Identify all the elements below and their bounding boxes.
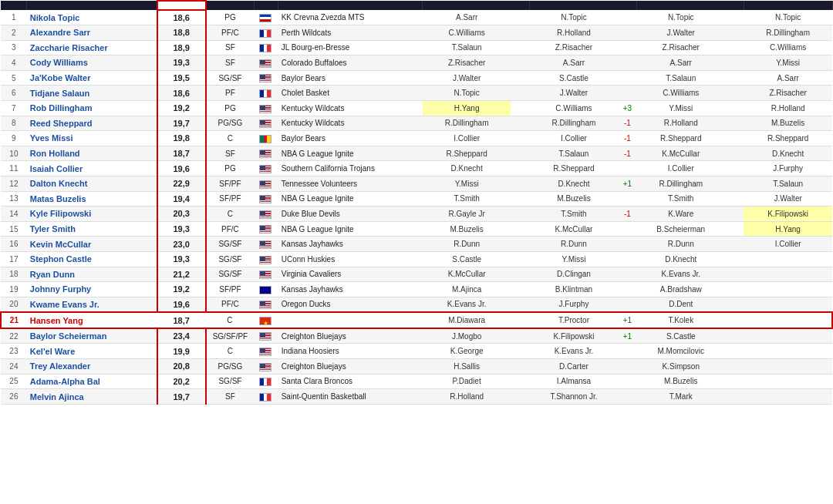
row-num: 10 [1,146,27,161]
row-team: Colorado Buffaloes [278,55,423,71]
row-pos: PF/C [206,297,255,312]
col-team [278,1,423,10]
row-d2: +1 [618,176,636,191]
row-r2: D.Knecht [530,176,619,191]
row-r1: M.Buzelis [423,221,511,237]
row-name[interactable]: Ron Holland [27,146,157,161]
row-team: NBA G League Ignite [278,191,423,207]
row-name[interactable]: Tyler Smith [27,221,157,237]
row-d2 [618,389,636,405]
row-r4: C.Williams [744,40,832,55]
row-team: Creighton Bluejays [278,359,423,375]
row-pos: SG/SF [206,237,255,252]
row-name[interactable]: Zaccharie Risacher [27,40,157,55]
row-d1 [511,55,529,71]
row-r2: N.Topic [530,10,619,25]
row-r3: T.Kolek [636,312,725,328]
row-name[interactable]: Kel'el Ware [27,344,157,359]
row-team: Santa Clara Broncos [278,374,423,389]
row-name[interactable]: Johnny Furphy [27,282,157,297]
row-name[interactable]: Trey Alexander [27,359,157,375]
row-name[interactable]: Nikola Topic [27,10,157,25]
row-name[interactable]: Matas Buzelis [27,191,157,207]
row-num: 22 [1,328,27,344]
row-r2: T.Smith [530,207,619,222]
row-r1: M.Diawara [423,312,511,328]
row-name[interactable]: Melvin Ajinca [27,389,157,405]
row-d1 [511,374,529,389]
row-r3: A.Sarr [636,55,725,71]
row-name[interactable]: Isaiah Collier [27,161,157,176]
row-name[interactable]: Stephon Castle [27,251,157,267]
row-d2 [618,359,636,375]
row-name[interactable]: Ja'Kobe Walter [27,70,157,86]
row-r3: Y.Missi [636,100,725,116]
row-flag [254,344,278,359]
row-r3: C.Williams [636,86,725,101]
row-age: 20,8 [157,359,206,375]
row-r1: A.Sarr [423,10,511,25]
row-d3 [725,344,744,359]
row-name[interactable]: Yves Missi [27,131,157,146]
row-flag [254,297,278,312]
row-r4: T.Salaun [744,176,832,191]
row-name[interactable]: Kwame Evans Jr. [27,297,157,312]
row-name[interactable]: Adama-Alpha Bal [27,374,157,389]
row-r1: H.Sallis [423,359,511,375]
row-flag: ★ [254,312,278,328]
row-team: Perth Wildcats [278,25,423,41]
row-d1 [511,146,529,161]
row-r2: T.Shannon Jr. [530,389,619,405]
row-team: JL Bourg-en-Bresse [278,40,423,55]
row-name[interactable]: Baylor Scheierman [27,328,157,344]
row-name[interactable]: Hansen Yang [27,312,157,328]
row-name[interactable]: Alexandre Sarr [27,25,157,41]
row-pos: PG [206,10,255,25]
row-r3: T.Mark [636,389,725,405]
row-d2 [618,221,636,237]
row-r1: R.Dunn [423,237,511,252]
row-name[interactable]: Reed Sheppard [27,116,157,131]
row-r3: Z.Risacher [636,40,725,55]
row-r1: I.Collier [423,131,511,146]
row-name[interactable]: Kevin McCullar [27,237,157,252]
row-r2: T.Salaun [530,146,619,161]
row-r3: K.Ware [636,207,725,222]
row-name[interactable]: Ryan Dunn [27,267,157,282]
row-age: 19,2 [157,282,206,297]
row-d3 [725,40,744,55]
row-name[interactable]: Tidjane Salaun [27,86,157,101]
row-d3 [725,116,744,131]
row-name[interactable]: Dalton Knecht [27,176,157,191]
row-pos: SF [206,40,255,55]
row-name[interactable]: Cody Williams [27,55,157,71]
row-r4: R.Dillingham [744,25,832,41]
row-num: 5 [1,70,27,86]
row-d3 [725,221,744,237]
row-d2: -1 [618,116,636,131]
row-r1: R.Holland [423,389,511,405]
row-d2 [618,55,636,71]
row-num: 15 [1,221,27,237]
row-r2: J.Walter [530,86,619,101]
row-r4 [744,297,832,312]
row-team: Southern California Trojans [278,161,423,176]
row-age: 18,6 [157,10,206,25]
row-r3: T.Smith [636,191,725,207]
row-d1 [511,176,529,191]
row-r1: N.Topic [423,86,511,101]
row-team: UConn Huskies [278,251,423,267]
row-team: Baylor Bears [278,131,423,146]
row-r3: I.Collier [636,161,725,176]
row-d2 [618,161,636,176]
row-name[interactable]: Rob Dillingham [27,100,157,116]
row-d2 [618,10,636,25]
row-flag [254,70,278,86]
row-d2: -1 [618,207,636,222]
row-d2: +1 [618,328,636,344]
row-pos: PF/C [206,25,255,41]
row-d2 [618,282,636,297]
row-d1 [511,312,529,328]
row-name[interactable]: Kyle Filipowski [27,207,157,222]
row-r1: K.Evans Jr. [423,297,511,312]
